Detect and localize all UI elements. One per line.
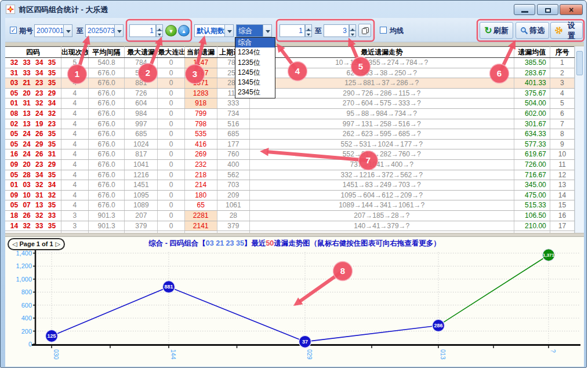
spin-down-icon[interactable] <box>305 31 312 37</box>
cell-prev: 734 <box>217 108 249 119</box>
cell-max_miss: 1095 <box>125 190 158 200</box>
period-checkbox[interactable]: ✓ <box>10 27 17 34</box>
column-header[interactable]: 四码 <box>5 47 61 58</box>
cell-avg_miss: 385.50 <box>514 58 550 68</box>
table-row[interactable] <box>5 231 575 233</box>
cell-code: 18 26 32 33 <box>5 210 61 221</box>
cell-count: 4 <box>61 180 88 191</box>
table-row[interactable]: 31 33 34 354676.05630178725062→563→38→25… <box>5 68 575 78</box>
table-row[interactable]: 05 20 23 294676.072601283115290→726→286→… <box>5 88 575 98</box>
copy-button[interactable] <box>358 24 371 37</box>
table-row[interactable]: 08 13 24 324676.0984079973495→88→984→734… <box>5 108 575 119</box>
cell-no: 12 <box>550 170 574 180</box>
range-to-label: 至 <box>315 26 322 36</box>
cell-avg_gap: 676.0 <box>88 129 124 140</box>
table-row[interactable]: 32 33 34 355540.87840114778410→129→355→2… <box>5 58 575 68</box>
preset-period-combobox[interactable]: 默认期数 <box>194 24 234 37</box>
dropdown-item[interactable]: 1234位 <box>235 48 275 57</box>
dropdown-item[interactable]: 1245位 <box>235 68 275 78</box>
cell-max_miss: 1216 <box>125 170 158 180</box>
column-header[interactable]: 最大遗漏 <box>125 47 158 58</box>
settings-button[interactable]: 设置 <box>550 22 583 39</box>
table-row[interactable]: 09 20 23 294676.010410232400737→1041→400… <box>5 159 575 170</box>
table-row[interactable]: 05 28 34 354676.012160218562332→1216→372… <box>5 170 575 180</box>
period-to-combobox[interactable]: 2025073 <box>85 24 124 37</box>
range-from-spinner[interactable]: 1 <box>280 24 312 37</box>
column-header[interactable]: 序号 <box>550 47 574 58</box>
cell-max_streak: 0 <box>158 58 184 68</box>
cell-max_streak: 0 <box>158 129 184 140</box>
step-back-button[interactable]: ▼ <box>165 25 177 36</box>
titlebar: 前区四码组合统计 - 大乐透 × <box>1 1 586 18</box>
spin-up-icon[interactable] <box>156 24 163 31</box>
dropdown-item[interactable]: 2345位 <box>235 87 275 97</box>
range-to-spinner[interactable]: 3 <box>324 24 356 37</box>
dropdown-item[interactable]: 1235位 <box>235 58 275 68</box>
cell-code: 05 20 23 29 <box>5 88 61 98</box>
table-row[interactable]: 16 24 26 314676.08170269760552→817→282→7… <box>5 149 575 160</box>
column-header[interactable]: 最近遗漏走势 <box>249 47 514 58</box>
chevron-down-icon[interactable] <box>114 24 124 37</box>
table-row[interactable]: 14 32 33 353901.337902141379140→41→379→?… <box>5 221 575 231</box>
chevron-down-icon[interactable] <box>63 24 72 37</box>
cell-count: 4 <box>61 149 88 160</box>
period-from-combobox[interactable]: 2007001 <box>34 24 72 37</box>
cell-max_miss: 1024 <box>125 139 158 149</box>
chevron-down-icon[interactable] <box>263 24 272 37</box>
cell-prev: 177 <box>217 139 249 149</box>
table-row[interactable]: 05 24 26 354676.06850535685262→623→595→6… <box>5 129 575 140</box>
pager-prev-icon[interactable]: ◁ <box>12 240 17 248</box>
chart-panel: 综合 - 四码组合【03 21 23 35】最近50遗漏走势图（鼠标右健按住图表… <box>5 236 584 367</box>
cell-prev: 516 <box>217 119 249 129</box>
spin-down-icon[interactable] <box>156 31 163 37</box>
cell-max_miss: 984 <box>125 108 158 119</box>
dropdown-item[interactable]: 1345位 <box>235 78 275 87</box>
table-row[interactable]: 01 03 32 344676.0145102147031451→83→249→… <box>5 180 575 191</box>
spin-up-icon[interactable] <box>349 24 356 31</box>
column-header[interactable]: 出现次数 <box>61 47 88 58</box>
cell-max_streak: 0 <box>158 98 184 109</box>
scrollbar-thumb[interactable] <box>576 51 583 75</box>
column-header[interactable]: 平均间隔 <box>88 47 124 58</box>
refresh-button[interactable]: ↻ 刷新 <box>480 22 513 39</box>
omission-trend-chart[interactable]: 02004006008001,0001,2001,400125030881144… <box>5 237 584 367</box>
cell-trend: 332→1216→372→562→? <box>249 170 514 180</box>
table-row[interactable]: 03 21 23 354676.088101371286125→881→37→2… <box>5 78 575 89</box>
table-row[interactable]: 05 24 29 354676.010240416177552→531→1024… <box>5 139 575 149</box>
cell-cur: 232 <box>184 159 217 170</box>
step-forward-button[interactable]: ▲ <box>178 25 190 36</box>
chevron-down-icon[interactable] <box>224 24 234 37</box>
maximize-button[interactable] <box>537 4 558 15</box>
cell-prev: 333 <box>217 98 249 109</box>
pager-next-icon[interactable]: ▷ <box>56 240 60 248</box>
cell-cur: 1371 <box>184 78 217 89</box>
cell-prev: 685 <box>217 129 249 140</box>
cell-code: 01 03 32 34 <box>5 180 61 191</box>
minimize-button[interactable] <box>514 4 535 15</box>
mode-combobox[interactable]: 综合 <box>236 24 272 37</box>
cell-count: 4 <box>61 129 88 140</box>
column-header[interactable]: 遗漏均值 <box>514 47 550 58</box>
vertical-scrollbar[interactable] <box>575 46 584 233</box>
table-row[interactable]: 05 07 13 354676.0108906510611089→144→341… <box>5 200 575 211</box>
column-header[interactable]: 最大连出 <box>158 47 184 58</box>
dropdown-item[interactable]: 综合 <box>235 38 275 48</box>
close-button[interactable]: × <box>560 4 583 15</box>
step-spinner[interactable]: 1 <box>129 24 163 37</box>
table-row[interactable]: 01 31 32 344676.06040918333270→604→575→3… <box>5 98 575 109</box>
filter-button[interactable]: 筛选 <box>516 22 549 39</box>
svg-text:1,000: 1,000 <box>16 276 32 283</box>
cell-code: 16 24 26 31 <box>5 149 61 160</box>
cell-count <box>61 231 88 233</box>
column-header[interactable]: 当前遗漏 <box>184 47 217 58</box>
ma-checkbox[interactable] <box>380 27 387 34</box>
cell-prev: 28 <box>217 210 249 221</box>
cell-avg_gap: 676.0 <box>88 190 124 200</box>
table-row[interactable]: 02 13 19 234676.09970798516997→131→258→5… <box>5 119 575 129</box>
table-row[interactable]: 09 10 31 324676.0109501802091095→604→612… <box>5 190 575 200</box>
spin-up-icon[interactable] <box>305 24 312 31</box>
refresh-icon: ↻ <box>484 27 492 35</box>
table-row[interactable]: 18 26 32 333901.32070228128207→185→28→?1… <box>5 210 575 221</box>
spin-down-icon[interactable] <box>349 31 356 37</box>
cell-count: 4 <box>61 88 88 98</box>
